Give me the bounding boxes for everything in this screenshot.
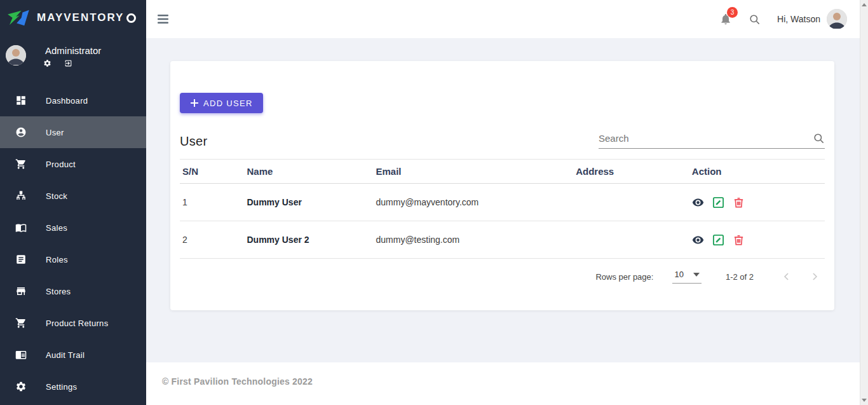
scroll-up-icon[interactable] xyxy=(862,3,867,6)
cell-email: dummy@mayventory.com xyxy=(374,184,574,221)
view-user-button[interactable] xyxy=(692,196,704,209)
scroll-down-icon[interactable] xyxy=(862,399,867,402)
table-row: 2 Dummy User 2 dummy@testing.com xyxy=(180,221,825,259)
sidebar-item-stock[interactable]: Stock xyxy=(0,180,146,212)
rows-per-page-value: 10 xyxy=(674,270,683,279)
sidebar-item-sales[interactable]: Sales xyxy=(0,212,146,244)
pagination-range-label: 1-2 of 2 xyxy=(726,272,754,282)
sidebar-item-product-returns[interactable]: Product Returns xyxy=(0,307,146,339)
cell-sn: 1 xyxy=(180,184,245,221)
edit-user-button[interactable] xyxy=(712,196,724,209)
sidebar-item-label: Roles xyxy=(46,255,68,264)
sidebar-item-audit-trail[interactable]: Audit Trail xyxy=(0,339,146,371)
user-card: ADD USER User S/N Name Emai xyxy=(170,61,834,310)
user-table: S/N Name Email Address Action 1 Dummy Us… xyxy=(180,159,825,259)
sidebar-item-product[interactable]: Product xyxy=(0,148,146,180)
sidebar-toggle-circle-icon[interactable] xyxy=(126,13,136,23)
delete-user-button[interactable] xyxy=(733,196,745,209)
pagination-bar: Rows per page: 10 1-2 of 2 xyxy=(180,259,825,294)
chevron-left-icon xyxy=(780,270,793,283)
brand-row: MAYVENTORY xyxy=(0,0,146,36)
sitemap-icon xyxy=(15,190,27,202)
app-root: MAYVENTORY Administrator xyxy=(0,0,868,405)
rows-per-page-select[interactable]: 10 xyxy=(672,270,701,284)
gear-icon xyxy=(15,381,27,392)
trash-icon xyxy=(733,196,745,209)
chevron-right-icon xyxy=(808,270,821,283)
card-header-row: User xyxy=(180,132,825,149)
column-header-address: Address xyxy=(573,160,689,184)
add-user-button[interactable]: ADD USER xyxy=(180,93,263,113)
cell-name: Dummy User 2 xyxy=(245,221,374,259)
topbar-right: 3 Hi, Watson xyxy=(719,9,847,29)
add-user-label: ADD USER xyxy=(203,99,253,108)
notifications-bell-icon[interactable]: 3 xyxy=(719,13,732,25)
sidebar-item-label: Product Returns xyxy=(46,319,108,328)
row-actions xyxy=(692,234,822,246)
mayventory-logo-icon xyxy=(5,9,31,27)
store-icon xyxy=(15,285,27,297)
sidebar-item-label: User xyxy=(46,128,64,137)
dashboard-icon xyxy=(15,95,27,106)
trash-icon xyxy=(733,234,745,246)
search-icon xyxy=(813,132,825,144)
section-title: User xyxy=(180,134,207,149)
cell-name: Dummy User xyxy=(245,184,374,221)
cart-icon xyxy=(15,317,27,329)
edit-user-button[interactable] xyxy=(712,234,724,246)
column-header-email: Email xyxy=(374,160,574,184)
profile-info: Administrator xyxy=(45,45,101,67)
logout-icon[interactable] xyxy=(64,59,72,67)
table-row: 1 Dummy User dummy@mayventory.com xyxy=(180,184,825,221)
open-book-icon xyxy=(15,222,27,233)
sidebar-item-roles[interactable]: Roles xyxy=(0,244,146,275)
column-header-action: Action xyxy=(689,160,825,184)
eye-icon xyxy=(692,196,704,209)
sidebar-item-label: Stock xyxy=(46,191,67,201)
sidebar-item-dashboard[interactable]: Dashboard xyxy=(0,85,146,116)
cart-icon xyxy=(15,158,27,170)
profile-settings-gear-icon[interactable] xyxy=(43,59,51,67)
menu-hamburger-icon[interactable] xyxy=(158,15,168,24)
topbar-avatar[interactable] xyxy=(827,9,847,29)
table-header-row: S/N Name Email Address Action xyxy=(180,160,825,184)
copyright-text: © First Pavilion Technologies 2022 xyxy=(162,376,313,387)
notification-badge: 3 xyxy=(727,7,738,18)
eye-icon xyxy=(692,234,704,246)
user-icon xyxy=(15,127,27,138)
sidebar-item-label: Stores xyxy=(46,287,71,296)
next-page-button[interactable] xyxy=(808,270,821,283)
reader-icon xyxy=(15,349,27,360)
profile-actions xyxy=(43,59,101,67)
sidebar-item-label: Dashboard xyxy=(46,96,88,106)
edit-icon xyxy=(712,196,724,209)
topbar: 3 Hi, Watson xyxy=(146,0,860,38)
sidebar-item-settings[interactable]: Settings xyxy=(0,371,146,402)
main-column: 3 Hi, Watson ADD USER User xyxy=(146,0,860,405)
search-input[interactable] xyxy=(599,133,813,144)
notes-icon xyxy=(15,254,27,265)
table-search-field xyxy=(599,132,825,149)
sidebar-item-user[interactable]: User xyxy=(0,116,146,148)
sidebar-item-stores[interactable]: Stores xyxy=(0,275,146,307)
caret-down-icon xyxy=(693,273,700,277)
page-scrollbar[interactable] xyxy=(860,0,868,405)
sidebar-nav: Dashboard User Product Stock Sales Roles xyxy=(0,85,146,402)
view-user-button[interactable] xyxy=(692,234,704,246)
brand-name: MAYVENTORY xyxy=(37,11,126,24)
cell-address xyxy=(573,221,689,259)
sidebar-item-label: Product xyxy=(46,160,76,169)
column-header-name: Name xyxy=(245,160,374,184)
row-actions xyxy=(692,196,822,209)
cell-sn: 2 xyxy=(180,221,245,259)
delete-user-button[interactable] xyxy=(733,234,745,246)
profile-role-label: Administrator xyxy=(45,45,101,56)
user-greeting: Hi, Watson xyxy=(777,14,820,24)
footer: © First Pavilion Technologies 2022 xyxy=(146,362,860,405)
column-header-sn: S/N xyxy=(180,160,245,184)
previous-page-button[interactable] xyxy=(780,270,793,283)
sidebar-item-label: Sales xyxy=(46,223,67,233)
sidebar: MAYVENTORY Administrator xyxy=(0,0,146,405)
topbar-search-icon[interactable] xyxy=(749,13,761,25)
sidebar-item-label: Audit Trail xyxy=(46,350,85,360)
